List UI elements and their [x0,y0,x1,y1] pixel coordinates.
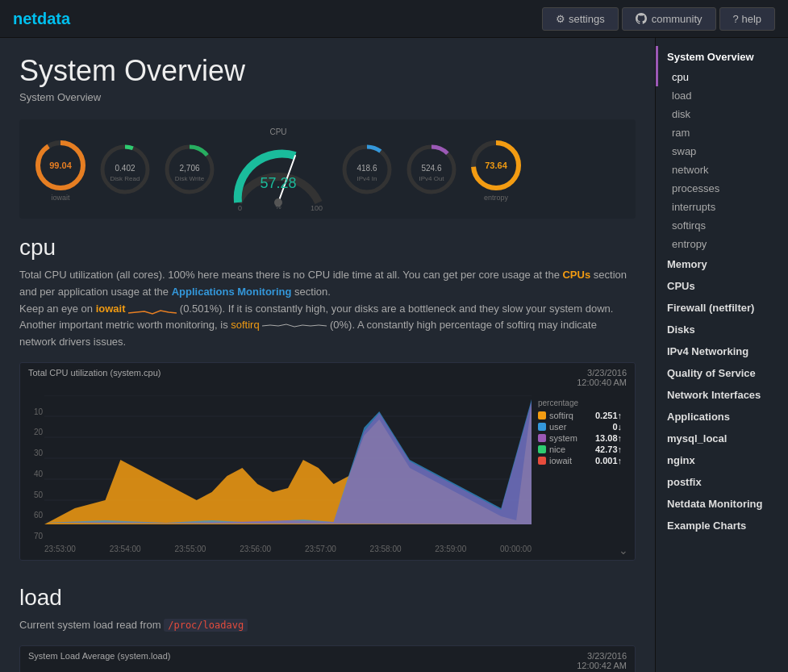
main-content: System Overview System Overview 99.04 io… [0,38,655,672]
softirq-sparkline [262,320,327,332]
sidebar-item-disk[interactable]: disk [656,105,788,123]
gauge-ipv4out: 524.6 IPv4 Out [403,141,460,198]
gauge-row: 99.04 iowait 0.402 Disk Read 2,706 [19,119,636,219]
cpu-chart-body: 70 60 50 40 30 20 10 [20,392,635,560]
sidebar-disks-title[interactable]: Disks [656,319,788,340]
top-navigation: netdata ⚙ settings community ? help [0,0,788,38]
svg-text:Disk Write: Disk Write [175,175,205,182]
svg-text:524.6: 524.6 [421,164,441,173]
sidebar-item-interrupts[interactable]: interrupts [656,198,788,216]
cpu-section-title: cpu [19,235,636,261]
cpu-chart-svg-area: 23:53:00 23:54:00 23:55:00 23:56:00 23:5… [44,395,532,557]
legend-iowait: iowait 0.001↑ [538,456,622,465]
sidebar-mysql-title[interactable]: mysql_local [656,428,788,449]
sidebar-item-processes[interactable]: processes [656,179,788,198]
sidebar-memory-title[interactable]: Memory [656,253,788,275]
sidebar: System Overview cpu load disk ram swap n… [655,38,788,672]
cpu-section-desc: Total CPU utilization (all cores). 100% … [19,267,636,351]
cpu-chart-legend: percentage softirq 0.251↑ user 0↓ system… [532,395,628,557]
gauge-ipv4in: 418.6 IPv4 In [339,141,395,198]
load-section-title: load [19,585,636,611]
sidebar-item-entropy[interactable]: entropy [656,235,788,253]
load-chart-container: System Load Average (system.load) 3/23/2… [19,645,636,672]
gauge-diskwrite-svg: 2,706 Disk Write [161,141,218,198]
gauge-diskread: 0.402 Disk Read [97,141,153,198]
svg-text:Disk Read: Disk Read [110,175,140,182]
svg-text:%: % [275,203,281,211]
settings-button[interactable]: ⚙ settings [542,7,618,31]
sidebar-netif-title[interactable]: Network Interfaces [656,384,788,406]
legend-system: system 13.08↑ [538,433,622,443]
sidebar-item-load[interactable]: load [656,86,788,105]
svg-text:418.6: 418.6 [356,164,377,173]
svg-text:IPv4 In: IPv4 In [357,175,377,182]
sidebar-postfix-title[interactable]: postfix [656,471,788,493]
sidebar-example-title[interactable]: Example Charts [656,515,788,536]
brand-logo: netdata [13,10,70,28]
svg-text:0: 0 [238,204,242,211]
sidebar-netdata-title[interactable]: Netdata Monitoring [656,493,788,515]
main-layout: System Overview System Overview 99.04 io… [0,38,788,672]
svg-text:73.64: 73.64 [485,161,507,170]
sidebar-item-ram[interactable]: ram [656,123,788,142]
gauge-cpu-svg: 57.28 0 100 % [226,138,331,211]
svg-text:0.402: 0.402 [115,164,135,173]
cpu-chart-xaxis: 23:53:00 23:54:00 23:55:00 23:56:00 23:5… [44,543,532,557]
gauge-entropy-svg: 73.64 [468,137,524,194]
sidebar-qos-title[interactable]: Quality of Service [656,362,788,384]
svg-text:IPv4 Out: IPv4 Out [419,175,444,182]
cpu-chart-yaxis: 70 60 50 40 30 20 10 [20,392,44,544]
gauge-ipv4out-svg: 524.6 IPv4 Out [403,141,460,198]
sidebar-overview-title[interactable]: System Overview [656,46,788,68]
legend-softirq: softirq 0.251↑ [538,411,622,420]
cpu-chart-header: Total CPU utilization (system.cpu) 3/23/… [20,363,635,392]
legend-user: user 0↓ [538,422,622,432]
load-chart-header: System Load Average (system.load) 3/23/2… [20,646,635,672]
breadcrumb: System Overview [19,91,636,103]
cpu-chart-svg [44,395,532,541]
svg-text:2,706: 2,706 [179,164,199,173]
gauge-diskread-svg: 0.402 Disk Read [97,141,153,198]
sidebar-apps-title[interactable]: Applications [656,406,788,428]
sidebar-firewall-title[interactable]: Firewall (netfilter) [656,297,788,319]
cpu-chart-timestamp: 3/23/2016 12:00:40 AM [577,368,627,387]
sidebar-cpus-title[interactable]: CPUs [656,275,788,297]
gauge-entropy: 73.64 entropy [468,137,524,202]
cpu-chart-container: Total CPU utilization (system.cpu) 3/23/… [19,362,636,561]
svg-text:99.04: 99.04 [49,161,72,170]
gauge-iowait: 99.04 iowait [32,137,89,202]
github-icon [636,13,647,24]
community-button[interactable]: community [622,7,716,31]
sidebar-item-network[interactable]: network [656,161,788,179]
svg-text:57.28: 57.28 [260,175,296,191]
iowait-sparkline [128,301,177,317]
svg-text:100: 100 [311,204,323,211]
gauge-diskwrite: 2,706 Disk Write [161,141,218,198]
load-chart-timestamp: 3/23/2016 12:00:42 AM [577,651,627,670]
sidebar-item-swap[interactable]: swap [656,142,788,161]
cpu-chart-collapse-button[interactable]: ⌄ [619,544,628,557]
gauge-ipv4in-svg: 418.6 IPv4 In [339,141,395,198]
gauge-cpu-main: CPU 57.28 0 100 % [226,127,331,211]
sidebar-ipv4-title[interactable]: IPv4 Networking [656,340,788,362]
help-button[interactable]: ? help [719,7,775,31]
gauge-iowait-svg: 99.04 [32,137,89,194]
sidebar-nginx-title[interactable]: nginx [656,449,788,471]
load-section-desc: Current system load read from /proc/load… [19,617,636,634]
page-title: System Overview [19,54,636,88]
sidebar-item-cpu[interactable]: cpu [656,68,788,86]
legend-nice: nice 42.73↑ [538,445,622,454]
sidebar-item-softirqs[interactable]: softirqs [656,216,788,235]
